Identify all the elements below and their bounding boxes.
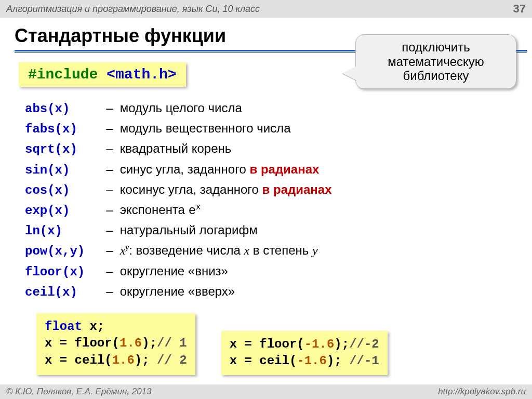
- func-name: pow(x,y): [25, 242, 103, 261]
- slide-footer: © К.Ю. Поляков, Е.А. Ерёмин, 2013 http:/…: [0, 384, 532, 399]
- callout-line: библиотеку: [363, 69, 509, 83]
- func-desc: натуральный логарифм: [120, 223, 258, 237]
- func-name: fabs(x): [25, 119, 103, 139]
- footer-copyright: © К.Ю. Поляков, Е.А. Ерёмин, 2013: [6, 387, 152, 397]
- course-title: Алгоритмизация и программирование, язык …: [6, 4, 260, 15]
- func-desc: квадратный корень: [120, 141, 232, 155]
- func-desc: модуль вещественного числа: [120, 121, 291, 135]
- func-desc: косинус угла, заданного в радианах: [120, 182, 332, 196]
- code-box-right: x = floor(-1.6);//-2 x = ceil(-1.6); //-…: [221, 331, 388, 375]
- code-examples: float x; x = floor(1.6);// 1 x = ceil(1.…: [36, 313, 532, 375]
- func-name: floor(x): [25, 262, 103, 282]
- func-name: exp(x): [25, 201, 103, 220]
- callout-line: математическую: [363, 55, 509, 69]
- func-desc: округление «вверх»: [120, 284, 235, 298]
- code-box-left: float x; x = floor(1.6);// 1 x = ceil(1.…: [36, 313, 195, 375]
- func-row: ln(x)– натуральный логарифм: [25, 220, 532, 241]
- func-row: sin(x)– синус угла, заданного в радианах: [25, 159, 532, 180]
- func-name: cos(x): [25, 181, 103, 200]
- func-row: ceil(x)– округление «вверх»: [25, 282, 532, 302]
- func-name: ceil(x): [25, 283, 103, 302]
- include-header: <math.h>: [107, 66, 176, 83]
- footer-url: http://kpolyakov.spb.ru: [438, 387, 526, 397]
- include-keyword: #include: [28, 66, 98, 83]
- func-name: abs(x): [25, 99, 103, 118]
- callout-tail: [342, 66, 357, 81]
- func-row: fabs(x)– модуль вещественного числа: [25, 118, 532, 139]
- include-directive-box: #include <math.h>: [19, 62, 186, 87]
- func-name: ln(x): [25, 221, 103, 241]
- func-desc: синус угла, заданного в радианах: [120, 162, 320, 176]
- func-row: sqrt(x)– квадратный корень: [25, 139, 532, 159]
- func-row: cos(x)– косинус угла, заданного в радиан…: [25, 180, 532, 200]
- func-row: exp(x)– экспонента ex: [25, 200, 532, 220]
- callout-line: подключить: [363, 40, 509, 55]
- func-row: abs(x)– модуль целого числа: [25, 98, 532, 118]
- slide-header: Алгоритмизация и программирование, язык …: [0, 0, 532, 18]
- func-desc: округление «вниз»: [120, 264, 228, 278]
- func-name: sqrt(x): [25, 140, 103, 159]
- func-desc: модуль целого числа: [120, 101, 242, 115]
- page-number: 37: [513, 2, 526, 16]
- func-row: floor(x)– округление «вниз»: [25, 261, 532, 282]
- function-list: abs(x)– модуль целого числа fabs(x)– мод…: [25, 98, 532, 302]
- func-name: sin(x): [25, 161, 103, 180]
- callout-bubble: подключить математическую библиотеку: [355, 34, 516, 89]
- func-desc: экспонента ex: [120, 203, 201, 217]
- func-row: pow(x,y)– xy: возведение числа x в степе…: [25, 241, 532, 261]
- func-desc: xy: возведение числа x в степень y: [120, 243, 318, 257]
